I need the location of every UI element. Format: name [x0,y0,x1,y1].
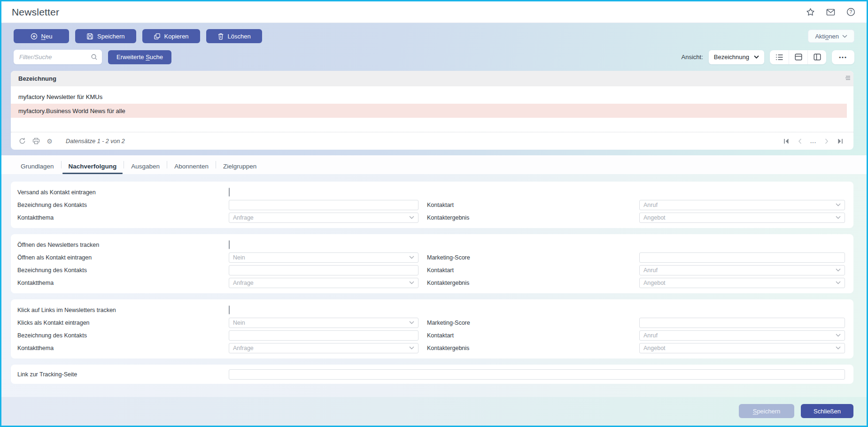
klick-checkbox[interactable] [229,305,230,314]
chevron-down-icon [409,281,414,284]
field-label: Kontaktart [427,332,639,339]
klick-eintragen-select[interactable]: Nein [229,318,418,328]
field-label: Öffnen als Kontakt eintragen [17,254,229,261]
versand-kontaktart-select[interactable]: Anruf [639,200,845,210]
loeschen-button[interactable]: Löschen [206,29,262,43]
field-label: Kontaktthema [17,345,229,351]
field-label: Klick auf Links im Newsletters tracken [17,307,229,313]
field-label: Bezeichnung des Kontakts [17,267,229,274]
field-label: Kontaktthema [17,280,229,286]
settings-gear-icon[interactable]: ⚙ [46,137,54,145]
chevron-down-icon [836,334,841,337]
versand-kontaktthema-select[interactable]: Anfrage [229,213,418,223]
bottom-action-bar: Speichern Schließen [1,397,867,426]
oeffnen-kontaktthema-select[interactable]: Anfrage [229,278,418,288]
oeffnen-kontaktergebnis-select[interactable]: Angebot [639,278,845,288]
oeffnen-bezeichnung-input[interactable] [229,265,418,275]
trash-icon [217,33,224,40]
ansicht-label: Ansicht: [682,53,703,61]
oeffnen-checkbox[interactable] [229,240,230,249]
chevron-down-icon [836,216,841,219]
favorite-star-icon[interactable] [806,8,815,16]
versand-kontaktergebnis-select[interactable]: Angebot [639,213,845,223]
list-item[interactable]: myfactory Newsletter für KMUs [11,90,847,104]
neu-button[interactable]: Neu [14,29,69,43]
top-band: Neu Speichern Kopieren Löschen Aktionen [1,23,867,155]
horizontal-split-view-icon[interactable] [789,50,807,64]
tab-ausgaben[interactable]: Ausgaben [124,158,167,174]
column-menu-icon[interactable] [845,76,851,80]
last-page-icon[interactable] [837,138,843,144]
tab-abonnenten[interactable]: Abonnenten [167,158,216,174]
chevron-down-icon [842,35,847,38]
previous-page-icon[interactable] [798,138,802,144]
field-label: Bezeichnung des Kontakts [17,202,229,208]
help-icon[interactable]: ? [846,8,855,16]
aktionen-button[interactable]: Aktionen [808,30,854,43]
tab-bar: Grundlagen Nachverfolgung Ausgaben Abonn… [1,155,867,174]
section-tracking-link: Link zur Tracking-Seite [11,365,853,384]
vertical-split-view-icon[interactable] [807,50,826,64]
record-count: Datensätze 1 - 2 von 2 [66,138,125,145]
klick-score-input[interactable] [639,318,845,328]
klick-kontaktergebnis-select[interactable]: Angebot [639,343,845,353]
kopieren-button[interactable]: Kopieren [142,29,200,43]
svg-text:?: ? [850,9,852,15]
chevron-down-icon [409,321,414,324]
search-icon [91,53,98,61]
erweiterte-suche-button[interactable]: Erweiterte Suche [108,50,171,64]
page-title: Newsletter [12,7,59,18]
speichern-bottom-button[interactable]: Speichern [739,404,794,418]
versand-checkbox[interactable] [229,188,230,197]
oeffnen-eintragen-select[interactable]: Nein [229,252,418,263]
newsletter-list: Bezeichnung myfactory Newsletter für KMU… [11,71,853,150]
field-label: Kontaktergebnis [427,345,639,351]
klick-kontaktart-select[interactable]: Anruf [639,330,845,341]
refresh-icon[interactable] [18,137,26,145]
field-label: Marketing-Score [427,254,639,261]
chevron-down-icon [836,203,841,206]
klick-bezeichnung-input[interactable] [229,330,418,341]
first-page-icon[interactable] [783,138,790,144]
klick-kontaktthema-select[interactable]: Anfrage [229,343,418,353]
ansicht-select[interactable]: Bezeichnung [709,50,764,64]
tab-nachverfolgung[interactable]: Nachverfolgung [62,158,124,174]
chevron-down-icon [409,256,414,259]
search-input[interactable] [14,50,102,64]
chevron-down-icon [836,268,841,272]
newsletter-window: Newsletter ? Neu Speichern [0,0,868,427]
list-view-icon[interactable] [770,50,789,64]
speichern-button[interactable]: Speichern [75,29,136,43]
tracking-link-input[interactable] [229,369,845,380]
chevron-down-icon [754,55,759,59]
field-label: Kontaktergebnis [427,280,639,286]
pager-pages-icon[interactable]: ... [810,138,816,145]
field-label: Kontaktergebnis [427,214,639,221]
plus-circle-icon [31,33,38,40]
schliessen-button[interactable]: Schließen [801,404,853,418]
field-label: Öffnen des Newsletters tracken [17,242,229,248]
next-page-icon[interactable] [825,138,829,144]
field-label: Kontaktthema [17,214,229,221]
column-header-bezeichnung[interactable]: Bezeichnung [18,75,56,82]
field-label: Versand als Kontakt eintragen [17,189,229,196]
field-label: Marketing-Score [427,320,639,326]
tab-zielgruppen[interactable]: Zielgruppen [216,158,264,174]
chevron-down-icon [836,346,841,350]
view-switcher [770,50,826,64]
versand-bezeichnung-input[interactable] [229,200,418,210]
field-label: Kontaktart [427,202,639,208]
chevron-down-icon [409,346,414,350]
mail-icon[interactable] [826,8,835,16]
oeffnen-score-input[interactable] [639,252,845,263]
more-options-button[interactable]: ••• [832,50,854,64]
list-footer: ⚙ Datensätze 1 - 2 von 2 ... [11,132,853,150]
oeffnen-kontaktart-select[interactable]: Anruf [639,265,845,275]
tab-content: Versand als Kontakt eintragen Bezeichnun… [1,174,867,397]
filter-row: Erweiterte Suche Ansicht: Bezeichnung [1,43,867,68]
list-item-selected[interactable]: myfactory.Business World News für alle [11,104,847,118]
section-versand: Versand als Kontakt eintragen Bezeichnun… [11,182,853,228]
print-icon[interactable] [32,137,40,145]
list-header[interactable]: Bezeichnung [11,71,853,86]
tab-grundlagen[interactable]: Grundlagen [14,158,61,174]
